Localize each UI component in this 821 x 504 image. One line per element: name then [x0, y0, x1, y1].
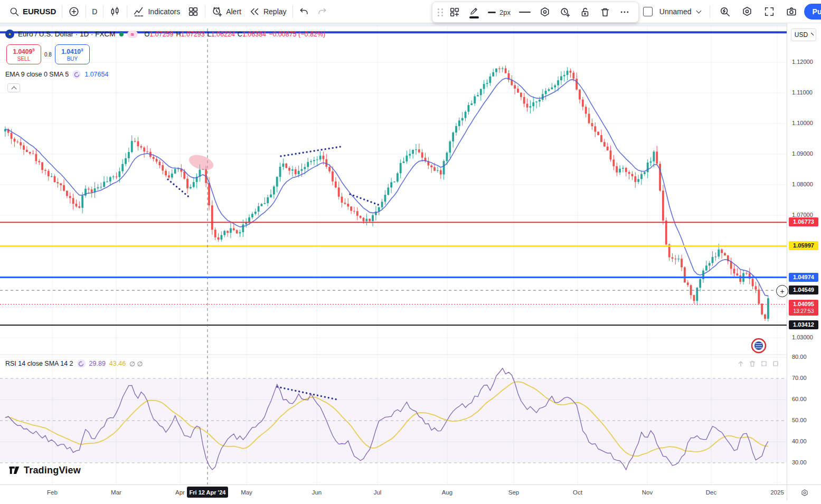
settings-button[interactable] [738, 3, 757, 20]
currency-dropdown[interactable]: USD [791, 28, 816, 41]
lightning-search-icon [719, 6, 731, 17]
more-pane-options-icon[interactable] [772, 360, 779, 367]
draw-color-button[interactable] [466, 5, 483, 20]
collapse-legend-button[interactable] [7, 83, 20, 92]
axis-settings-corner[interactable] [787, 484, 821, 501]
line-style-icon [519, 12, 531, 13]
rsi-tick-label: 50.00 [792, 417, 807, 423]
candlestick-series [4, 65, 769, 321]
candlestick-icon [109, 6, 121, 17]
delete-pane-icon[interactable] [749, 360, 756, 367]
low-value: 1.06224 [211, 31, 235, 38]
undo-arrow-icon [299, 6, 309, 17]
time-axis[interactable]: Fri 12 Apr '24 FebMarAprMayJunJulAugSepO… [0, 484, 787, 501]
add-order-plus-button[interactable]: + [776, 285, 788, 297]
divider [103, 5, 103, 18]
dotted-trendline-drawing[interactable] [281, 147, 341, 156]
symbol-title[interactable]: Euro / U.S. Dollar · 1D · FXCM [18, 30, 116, 38]
publish-button[interactable]: Pub [804, 4, 821, 20]
line-width-label: 2px [499, 8, 511, 16]
divider [205, 5, 205, 18]
time-tick-label: Sep [501, 489, 527, 496]
gear-hexagon-icon [800, 489, 809, 497]
rsi-tick-label: 40.00 [792, 438, 807, 444]
replay-rewind-icon [249, 6, 260, 17]
add-alert-on-drawing-button[interactable] [556, 5, 574, 20]
tradingview-app: EURUSD D Indicators Alert Replay [0, 0, 821, 504]
symbol-name: EURUSD [23, 7, 56, 16]
buy-button[interactable]: 1.04103 BUY [55, 44, 90, 64]
layout-name-button[interactable]: Unnamed [656, 5, 704, 18]
layout-name: Unnamed [659, 7, 692, 16]
crosshair-price-badge: 1.04549 [789, 286, 818, 294]
spread-value: 0.8 [44, 52, 52, 58]
lock-drawing-button[interactable] [576, 5, 594, 20]
trade-panel: 1.04095 SELL 0.8 1.04103 BUY [6, 44, 90, 64]
time-tick-label: Oct [564, 489, 591, 496]
move-pane-up-icon[interactable] [737, 360, 744, 367]
price-tick-label: 1.12000 [792, 59, 813, 65]
drawing-settings-button[interactable] [536, 5, 554, 20]
blue-level-badge: 1.04974 [789, 273, 818, 282]
price-tick-label: 1.08000 [792, 181, 813, 187]
quick-search-button[interactable] [715, 3, 734, 20]
save-layout-checkbox[interactable] [643, 7, 653, 16]
highlighter-brush-drawing[interactable] [187, 152, 215, 173]
camera-icon [786, 6, 797, 17]
maximize-pane-icon[interactable] [760, 360, 768, 367]
indicators-label: Indicators [148, 7, 180, 16]
line-style-button[interactable] [516, 10, 534, 14]
compare-add-button[interactable] [64, 3, 83, 20]
chevron-up-icon [11, 86, 16, 91]
undo-button[interactable] [295, 4, 313, 20]
alert-button[interactable]: Alert [207, 3, 245, 20]
fullscreen-button[interactable] [760, 3, 779, 20]
last-price-badge: 1.0409513:27:53 [789, 300, 818, 316]
red-level-badge: 1.06773 [789, 217, 818, 226]
alert-label: Alert [226, 7, 241, 16]
price-tick-label: 1.03000 [792, 334, 813, 340]
chart-style-button[interactable] [106, 3, 125, 20]
buy-price-sup: 3 [81, 47, 83, 52]
replay-button[interactable]: Replay [245, 3, 290, 20]
grid-layout-icon [187, 6, 199, 17]
rsi-legend[interactable]: RSI 14 close SMA 14 2 29.89 43.46 ∅ ∅ [5, 359, 143, 368]
layout-templates-button[interactable] [184, 3, 203, 20]
interval-button[interactable]: D [88, 5, 101, 18]
time-tick-label: Dec [698, 489, 724, 496]
sell-price-sup: 5 [32, 47, 34, 52]
price-axis[interactable]: USD 1.120001.110001.100001.090001.080001… [787, 23, 821, 484]
symbol-search-button[interactable]: EURUSD [5, 4, 60, 20]
drag-handle[interactable] [438, 8, 443, 16]
snapshot-button[interactable] [782, 3, 801, 20]
price-tick-label: 1.09000 [792, 150, 813, 157]
replay-label: Replay [263, 7, 287, 16]
time-tick-label: Nov [634, 489, 660, 496]
ema-legend[interactable]: EMA 9 close 0 SMA 5 1.07654 [5, 70, 108, 79]
notes-wave-icon[interactable]: ≈ [127, 31, 138, 38]
rsi-tick-label: 80.00 [792, 354, 807, 360]
sell-button[interactable]: 1.04095 SELL [6, 44, 41, 64]
redo-button[interactable] [313, 4, 331, 20]
add-layout-button[interactable] [446, 5, 464, 20]
indicators-icon [133, 6, 145, 17]
line-width-icon [488, 12, 496, 13]
publish-label: Pub [813, 7, 821, 16]
high-value: 1.07293 [181, 31, 205, 38]
ema-line[interactable] [5, 78, 768, 296]
delete-drawing-button[interactable] [596, 5, 614, 20]
more-options-button[interactable] [616, 5, 633, 19]
rsi-tick-label: 60.00 [792, 396, 807, 402]
low-label: L [207, 31, 211, 38]
tradingview-watermark[interactable]: TradingView [8, 464, 81, 476]
indicators-button[interactable]: Indicators [129, 3, 184, 20]
dotted-trendline-drawing[interactable] [350, 194, 381, 206]
buy-price: 1.0410 [61, 48, 81, 55]
loading-spinner-icon [77, 359, 86, 368]
chart-canvas[interactable] [0, 23, 787, 484]
interval-label: D [92, 7, 97, 16]
fxcm-logo [752, 339, 766, 353]
line-width-button[interactable]: 2px [485, 7, 514, 18]
sell-label: SELL [17, 55, 30, 62]
search-icon [9, 6, 20, 17]
